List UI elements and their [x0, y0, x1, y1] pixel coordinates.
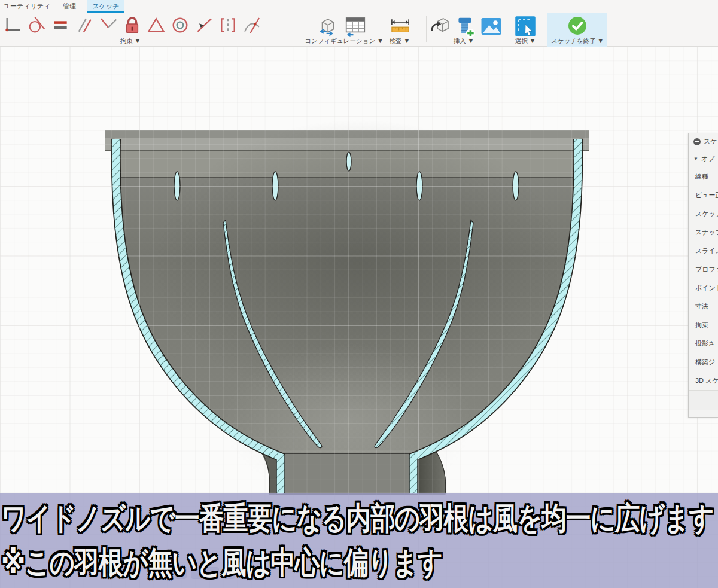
palette-item-projected-geometry[interactable]: 投影さ	[689, 334, 718, 353]
select-icon[interactable]	[513, 14, 537, 38]
parallel-icon[interactable]	[73, 14, 96, 36]
palette-item-slice[interactable]: スライス	[689, 242, 718, 260]
funnel-tube	[276, 453, 418, 494]
curvature-icon[interactable]	[241, 14, 263, 36]
inspect-dropdown[interactable]: 検査 ▼	[377, 37, 422, 45]
equal-icon[interactable]	[49, 14, 72, 36]
palette-item-3d-sketch[interactable]: 3D スケ	[689, 371, 718, 390]
ribbon-tabs: ユーティリティ 管理 スケッチ	[0, 0, 718, 13]
symmetry-icon[interactable]	[193, 14, 215, 36]
insert-derive-icon[interactable]	[428, 14, 452, 38]
constraint-group-dropdown[interactable]: 拘束 ▼	[107, 37, 154, 45]
insert-dropdown[interactable]: 挿入 ▼	[440, 37, 488, 45]
palette-item-dimensions[interactable]: 寸法	[689, 297, 718, 316]
ribbon-tools: 拘束 ▼ コンフィギュレーション ▼ 検査 ▼ 挿入 ▼	[0, 13, 718, 47]
collapse-icon[interactable]	[693, 138, 701, 145]
subtitle-line-2: ※この羽根が無いと風は中心に偏ります	[1, 542, 443, 583]
coincident-icon[interactable]	[97, 14, 120, 36]
tab-utility[interactable]: ユーティリティ	[2, 0, 51, 13]
fix-lock-icon[interactable]	[121, 14, 144, 36]
measure-icon[interactable]	[388, 14, 413, 38]
configuration-cube-icon[interactable]	[316, 14, 340, 38]
palette-item-construction-geometry[interactable]: 構築ジ	[689, 353, 718, 371]
palette-item-sketch-grid[interactable]: スケッチ	[689, 205, 718, 223]
palette-item-snap[interactable]: スナップ	[689, 223, 718, 242]
tab-manage[interactable]: 管理	[57, 0, 81, 13]
sketch-palette-panel: スケ ▼ オプ 線種 ビュー正 スケッチ スナップ スライス プロファ ポイント…	[688, 133, 718, 418]
palette-item-look-at[interactable]: ビュー正	[689, 186, 718, 205]
midpoint-icon[interactable]	[145, 14, 168, 36]
toolbar-divider	[426, 16, 427, 42]
collinear-icon[interactable]	[217, 14, 239, 36]
insert-image-icon[interactable]	[479, 14, 504, 38]
finish-sketch-button[interactable]: スケッチを終了 ▼	[547, 13, 607, 47]
configuration-table-icon[interactable]	[342, 14, 369, 38]
video-subtitle-overlay: ワイドノズルで一番重要になる内部の羽根は風を均一に広げます ※この羽根が無いと風…	[0, 493, 718, 588]
insert-fastener-icon[interactable]	[452, 14, 477, 39]
palette-item-profile[interactable]: プロファ	[689, 260, 718, 279]
tangent-icon[interactable]	[25, 14, 48, 36]
tab-sketch[interactable]: スケッチ	[87, 0, 124, 13]
horizontal-vertical-icon[interactable]	[1, 14, 24, 36]
sketch-palette-header[interactable]: スケ	[689, 133, 718, 150]
finish-sketch-dropdown[interactable]: スケッチを終了 ▼	[547, 37, 607, 45]
palette-item-points[interactable]: ポイント	[689, 279, 718, 297]
finish-sketch-check-icon	[567, 15, 588, 36]
palette-item-constraints[interactable]: 拘束	[689, 316, 718, 334]
panel-title: スケ	[704, 137, 717, 146]
options-section-toggle[interactable]: ▼ オプ	[689, 150, 718, 167]
palette-footer	[689, 390, 718, 410]
triangle-down-icon: ▼	[693, 156, 698, 162]
palette-item-linetype[interactable]: 線種	[689, 167, 718, 186]
select-dropdown[interactable]: 選択 ▼	[506, 37, 545, 45]
top-toolbar: ユーティリティ 管理 スケッチ	[0, 0, 718, 47]
subtitle-line-1: ワイドノズルで一番重要になる内部の羽根は風を均一に広げます	[1, 498, 714, 539]
concentric-icon[interactable]	[169, 14, 191, 36]
configuration-dropdown[interactable]: コンフィギュレーション ▼	[302, 37, 386, 45]
